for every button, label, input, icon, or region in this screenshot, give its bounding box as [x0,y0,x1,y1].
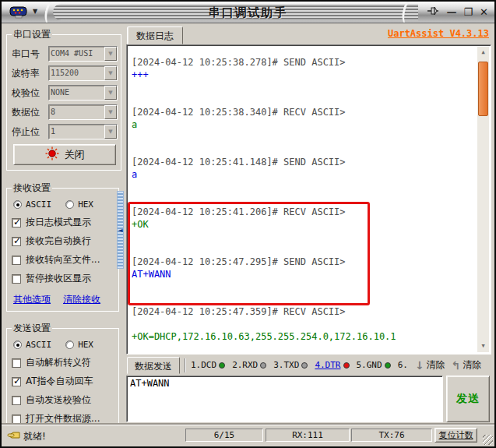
rxd-status-icon [260,362,266,369]
recv-checkbox-pause-display[interactable]: 暂停接收区显示 [12,272,115,285]
baudrate-label: 波特率 [12,67,48,80]
recv-hex-radio[interactable]: HEX [65,199,93,210]
checkbox-icon[interactable] [12,218,21,228]
resize-grip[interactable] [483,435,493,445]
close-port-button[interactable]: 关闭 [13,144,116,165]
window-title: 串口调试助手 [2,5,494,20]
databits-label: 数据位 [12,106,48,119]
title-bar[interactable]: ▼ 串口调试助手 — ❐ ✕ [2,2,494,23]
radio-icon[interactable] [65,340,74,349]
radio-icon[interactable] [13,200,22,209]
log-entry: [2024-04-12 10:25:38.278]# SEND ASCII> +… [132,56,473,81]
pin-dcd: 1.DCD [191,360,225,370]
log-entry: [2024-04-12 10:25:47.295]# SEND ASCII> A… [132,256,473,280]
databits-select[interactable]: 8 ▼ [48,104,118,120]
send-hex-radio[interactable]: HEX [65,340,93,350]
pin-txd: 3.TXD [273,360,308,370]
chevron-down-icon[interactable]: ▼ [104,125,117,139]
scroll-up-icon[interactable]: ▲ [477,47,489,58]
pin-dtr[interactable]: 4.DTR [315,360,349,370]
send-checkbox-escape[interactable]: 自动解析转义符 [12,356,115,369]
ready-hand-icon [7,429,21,444]
recv-ascii-radio[interactable]: ASCII [13,199,51,210]
databits-row: 数据位 8 ▼ [12,104,118,120]
radio-icon[interactable] [13,340,22,349]
tx-counter: TX:76 [351,429,432,442]
collapse-left-icon: ◄ [118,227,122,234]
stopbits-label: 停止位 [12,125,48,139]
send-counter: 6/15 [185,429,263,442]
close-port-label: 关闭 [65,148,85,162]
dcd-status-icon [219,362,225,369]
txd-status-icon [301,362,308,369]
scrollbar-thumb[interactable] [478,62,488,116]
pin-on-top-icon[interactable] [427,5,439,20]
separator [185,358,186,372]
reset-count-button[interactable]: 复位计数 [434,428,477,443]
chevron-down-icon[interactable]: ▼ [104,86,117,100]
serial-settings-title: 串口设置 [12,28,52,41]
other-options-link[interactable]: 其他选项 [13,293,51,306]
stopbits-row: 停止位 1 ▼ [12,124,118,139]
pin-rxd: 2.RXD [232,360,266,370]
data-log-view[interactable]: [2024-04-12 10:25:38.278]# SEND ASCII> +… [126,44,491,355]
parity-select[interactable]: NONE ▼ [48,85,118,101]
send-button[interactable]: 发送 [446,376,490,422]
parity-row: 校验位 NONE ▼ [12,85,118,101]
clear-send-button[interactable]: ↰ 清除 [452,358,482,372]
chevron-down-icon[interactable]: ▼ [104,47,117,61]
recv-checkbox-log-mode[interactable]: 按日志模式显示 [12,216,115,229]
checkbox-icon[interactable] [12,396,21,405]
app-window: ▼ 串口调试助手 — ❐ ✕ 串口设置 串口号 [0,0,496,448]
tab-data-log[interactable]: 数据日志 [127,26,183,44]
recv-checkbox-auto-newline[interactable]: 接收完自动换行 [12,235,115,248]
log-panel: 数据日志 UartAssist V4.3.13 [2024-04-12 10:2… [123,23,491,425]
maximize-button[interactable]: ❐ [463,5,473,19]
arrow-return-icon: ↰ [452,359,461,372]
send-settings-title: 发送设置 [12,322,52,335]
send-checkbox-file-source[interactable]: 打开文件数据源... [12,412,115,425]
status-bar: 就绪! 6/15 RX:111 TX:76 复位计数 [2,425,494,446]
port-select[interactable]: COM4 #USI ▼ [48,46,118,62]
radio-icon[interactable] [65,200,74,209]
stopbits-select[interactable]: 1 ▼ [48,124,118,139]
log-entry: [2024-04-12 10:25:38.340]# RECV ASCII> a [132,106,473,131]
log-entry: [2024-04-12 10:25:41.148]# SEND ASCII> a [132,156,473,181]
clear-receive-button[interactable]: ↓ 清除 [415,358,445,372]
checkbox-icon[interactable] [12,274,21,284]
send-checkbox-checksum[interactable]: 自动发送校验位 [12,393,115,407]
uartassist-version-link[interactable]: UartAssist V4.3.13 [388,28,489,39]
chevron-down-icon[interactable]: ▼ [104,105,117,119]
arrow-down-icon: ↓ [415,359,424,372]
serial-settings-group: 串口设置 串口号 COM4 #USI ▼ 波特率 115200 ▼ [6,28,121,171]
gnd-status-icon [385,362,391,369]
checkbox-icon[interactable] [12,358,21,368]
minimize-button[interactable]: — [446,5,456,19]
log-entry: [2024-04-12 10:25:41.206]# RECV ASCII> +… [132,206,473,231]
send-data-input[interactable]: AT+WANN [126,376,443,422]
baudrate-select[interactable]: 115200 ▼ [48,65,118,81]
checkbox-icon[interactable] [12,414,21,424]
pin-6: 6. [398,360,408,370]
tab-data-send[interactable]: 数据发送 [127,357,180,374]
recv-checkbox-to-file[interactable]: 接收转向至文件... [12,253,115,266]
checkbox-icon[interactable] [12,237,21,246]
checkbox-icon[interactable] [12,377,21,386]
status-ready-text: 就绪! [23,430,46,443]
pin-gnd: 5.GND [357,360,391,370]
port-row: 串口号 COM4 #USI ▼ [12,46,118,62]
receive-settings-title: 接收设置 [12,182,52,195]
checkbox-icon[interactable] [12,256,21,265]
send-checkbox-at-cr[interactable]: AT指令自动回车 [12,375,115,388]
log-scrollbar[interactable]: ▲ ▼ [477,47,489,352]
parity-label: 校验位 [12,86,48,100]
led-open-icon [45,146,59,163]
chevron-down-icon[interactable]: ▼ [104,66,117,80]
data-send-toolbar: 数据发送 1.DCD 2.RXD 3.TXD 4.DTR [123,355,491,376]
main-content: 串口设置 串口号 COM4 #USI ▼ 波特率 115200 ▼ [2,23,494,425]
close-button[interactable]: ✕ [480,5,488,19]
scroll-down-icon[interactable]: ▼ [477,340,489,352]
clear-receive-link[interactable]: 清除接收 [63,293,100,306]
send-ascii-radio[interactable]: ASCII [13,340,51,350]
settings-panel: 串口设置 串口号 COM4 #USI ▼ 波特率 115200 ▼ [3,23,121,425]
